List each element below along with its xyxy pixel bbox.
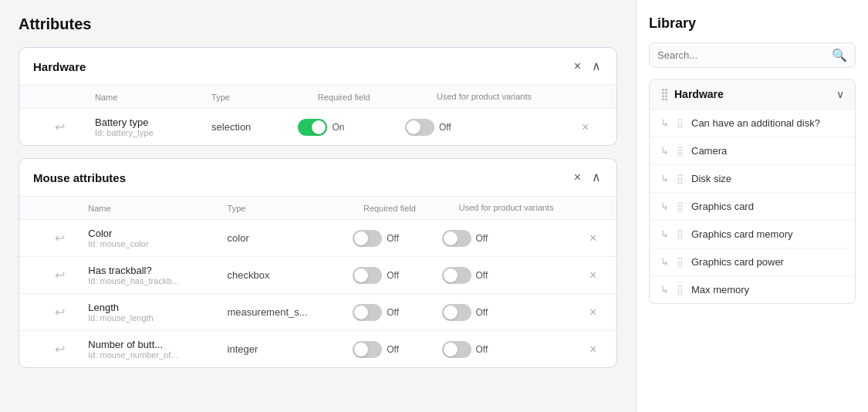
row-variants-cell-hw: Off [397,109,571,146]
col-empty-m [19,197,47,220]
row-variants-cell-m0: Off [434,220,579,257]
row-undo-m1[interactable]: ↩ [47,257,80,294]
row-type-cell-hw: selection [204,109,290,146]
hardware-collapse-button[interactable]: ∧ [590,59,603,74]
required-toggle-switch-battery[interactable] [298,119,327,136]
library-group-header[interactable]: ⣿ Hardware ∨ [650,79,855,110]
undo-icon[interactable]: ↩ [55,343,65,356]
mouse-card-header: Mouse attributes × ∧ [19,159,616,196]
row-delete-m3[interactable]: × [579,331,616,368]
variants-toggle-m3[interactable]: Off [442,341,571,358]
row-drag-m1 [19,257,47,294]
undo-icon[interactable]: ↩ [55,268,65,282]
library-search-box[interactable]: 🔍 [649,42,856,68]
row-name-cell-m2: Length Id: mouse_length [80,294,219,331]
row-delete-m1[interactable]: × [579,257,616,294]
hardware-close-button[interactable]: × [572,59,583,74]
list-item[interactable]: ↳ ⣿ Graphics card [650,193,855,221]
grid-icon: ⣿ [660,88,668,100]
variants-toggle-m2[interactable]: Off [442,304,571,321]
variants-toggle-switch-m3[interactable] [442,341,471,358]
attr-name-m1: Has trackball? [88,265,211,276]
hardware-card-header: Hardware × ∧ [19,48,616,85]
list-item-arrow-1: ↳ [660,145,669,157]
delete-m1-button[interactable]: × [586,267,599,284]
mouse-close-button[interactable]: × [572,170,583,185]
variants-toggle-label-battery: Off [439,122,451,133]
list-item[interactable]: ↳ ⣿ Camera [650,137,855,165]
library-search-input[interactable] [657,49,832,61]
delete-m2-button[interactable]: × [586,304,599,321]
mouse-collapse-button[interactable]: ∧ [590,170,603,185]
attr-id-m2: Id: mouse_length [88,313,211,323]
attr-id-battery: Id: battery_type [95,128,196,137]
variants-toggle-m0[interactable]: Off [442,230,571,247]
list-item-name-4: Graphics card memory [691,228,792,240]
variants-toggle-label-m0: Off [476,233,488,244]
col-name-m: Name [80,197,219,220]
required-toggle-m0[interactable]: Off [353,230,426,247]
table-row: ↩ Number of butt... Id: mouse_number_of.… [19,331,616,368]
list-item-drag-5: ⣿ [677,257,684,268]
delete-battery-button[interactable]: × [579,119,592,136]
required-toggle-label-m3: Off [387,344,399,355]
required-toggle-switch-m3[interactable] [353,341,382,358]
variants-toggle-switch-battery[interactable] [405,119,434,136]
list-item-drag-6: ⣿ [677,285,684,295]
row-delete-m0[interactable]: × [579,220,616,257]
variants-toggle-switch-m1[interactable] [442,267,471,284]
required-toggle-m2[interactable]: Off [353,304,426,321]
variants-toggle-m1[interactable]: Off [442,267,571,284]
variants-toggle-label-m1: Off [476,270,488,281]
undo-icon[interactable]: ↩ [55,306,65,319]
required-toggle-switch-m1[interactable] [353,267,382,284]
col-required-m: Required field [345,197,434,220]
row-name-cell-m0: Color Id: mouse_color [80,220,219,257]
row-type-cell-m2: measurement_s... [220,294,346,331]
col-type-hw: Type [204,86,290,109]
undo-icon[interactable]: ↩ [55,120,65,133]
undo-icon[interactable]: ↩ [55,231,65,245]
required-toggle-switch-m2[interactable] [353,304,382,321]
list-item[interactable]: ↳ ⣿ Graphics card power [650,248,855,276]
delete-m0-button[interactable]: × [586,230,599,247]
row-type-cell-m3: integer [220,331,346,368]
row-delete-m2[interactable]: × [579,294,616,331]
list-item-name-1: Camera [691,145,727,157]
mouse-card-actions: × ∧ [572,170,603,185]
list-item-name-2: Disk size [691,173,731,184]
attr-id-m0: Id: mouse_color [88,239,211,248]
variants-toggle-battery[interactable]: Off [405,119,563,136]
row-delete-hw[interactable]: × [571,109,616,146]
hardware-table: Name Type Required field Used for produc… [19,85,616,145]
list-item[interactable]: ↳ ⣿ Can have an additional disk? [650,110,855,137]
list-item[interactable]: ↳ ⣿ Max memory [650,276,855,303]
row-undo-hw[interactable]: ↩ [47,109,87,146]
col-variants-m: Used for product variants [434,197,579,220]
variants-toggle-switch-m2[interactable] [442,304,471,321]
row-variants-cell-m1: Off [434,257,579,294]
attr-type-m1: checkbox [228,269,270,281]
delete-m3-button[interactable]: × [586,341,599,358]
row-undo-m2[interactable]: ↩ [47,294,80,331]
list-item[interactable]: ↳ ⣿ Disk size [650,165,855,193]
required-toggle-label-m0: Off [387,233,399,244]
row-undo-m0[interactable]: ↩ [47,220,80,257]
required-toggle-label-m1: Off [387,270,399,281]
list-item-arrow-5: ↳ [660,256,669,268]
library-hardware-group: ⣿ Hardware ∨ ↳ ⣿ Can have an additional … [649,79,856,304]
hardware-card-title: Hardware [33,60,86,73]
required-toggle-battery[interactable]: On [298,119,389,136]
list-item[interactable]: ↳ ⣿ Graphics card memory [650,221,855,248]
required-toggle-m3[interactable]: Off [353,341,426,358]
table-row: ↩ Battery type Id: battery_type selectio… [19,109,616,146]
attr-type-m2: measurement_s... [228,306,308,318]
row-variants-cell-m2: Off [434,294,579,331]
row-undo-m3[interactable]: ↩ [47,331,80,368]
required-toggle-switch-m0[interactable] [353,230,382,247]
variants-toggle-switch-m0[interactable] [442,230,471,247]
table-row: ↩ Color Id: mouse_color color Off [19,220,616,257]
row-drag-m2 [19,294,47,331]
hardware-card-actions: × ∧ [572,59,603,74]
required-toggle-m1[interactable]: Off [353,267,426,284]
